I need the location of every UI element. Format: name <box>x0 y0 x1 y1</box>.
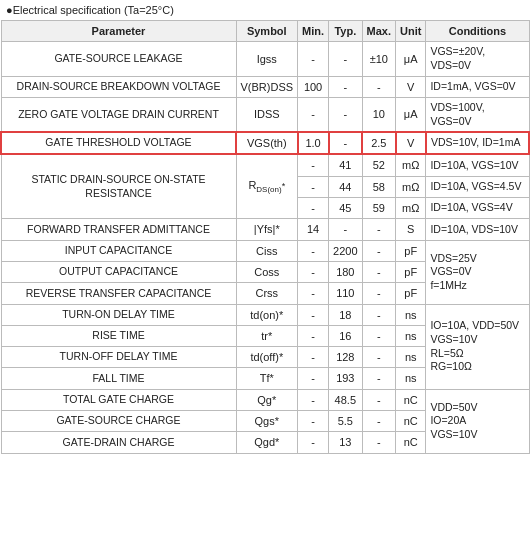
cell-parameter: DRAIN-SOURCE BREAKDOWN VOLTAGE <box>1 76 236 97</box>
cell-parameter: FALL TIME <box>1 368 236 389</box>
cell-min: - <box>298 283 329 304</box>
cell-conditions: VGS=±20V, VDS=0V <box>426 42 529 76</box>
cell-conditions: ID=10A, VDS=10V <box>426 219 529 240</box>
cell-max: - <box>362 219 395 240</box>
cell-cond: ID=10A, VGS=4.5V <box>426 176 529 197</box>
cell-unit: ns <box>396 347 426 368</box>
cell-conditions: VDD=50V IO=20A VGS=10V <box>426 389 529 453</box>
cell-max: - <box>362 389 395 410</box>
table-row: GATE-SOURCE LEAKAGEIgss--±10μAVGS=±20V, … <box>1 42 529 76</box>
cell-conditions: VDS=100V, VGS=0V <box>426 97 529 132</box>
cell-parameter: OUTPUT CAPACITANCE <box>1 261 236 282</box>
cell-parameter: RISE TIME <box>1 325 236 346</box>
cell-unit: V <box>396 76 426 97</box>
cell-parameter: INPUT CAPACITANCE <box>1 240 236 261</box>
cell-max: 52 <box>362 154 395 176</box>
cell-min: 1.0 <box>298 132 329 154</box>
cell-symbol: Igss <box>236 42 298 76</box>
cell-max: ±10 <box>362 42 395 76</box>
cell-unit: nC <box>396 389 426 410</box>
table-row: ZERO GATE VOLTAGE DRAIN CURRENTIDSS--10μ… <box>1 97 529 132</box>
cell-max: 58 <box>362 176 395 197</box>
cell-unit: nC <box>396 432 426 453</box>
cell-symbol: Qg* <box>236 389 298 410</box>
cell-max: - <box>362 304 395 325</box>
cell-symbol: Qgs* <box>236 411 298 432</box>
cell-symbol: V(BR)DSS <box>236 76 298 97</box>
cell-typ: - <box>329 97 362 132</box>
cell-symbol: td(on)* <box>236 304 298 325</box>
cell-unit: pF <box>396 261 426 282</box>
cell-max: - <box>362 347 395 368</box>
cell-symbol: Crss <box>236 283 298 304</box>
table-row: INPUT CAPACITANCECiss-2200-pFVDS=25V VGS… <box>1 240 529 261</box>
cell-unit: ns <box>396 304 426 325</box>
header-note: ●Electrical specification (Ta=25°C) <box>0 0 530 20</box>
cell-min: - <box>298 304 329 325</box>
cell-symbol: tr* <box>236 325 298 346</box>
col-unit: Unit <box>396 21 426 42</box>
cell-typ: 41 <box>329 154 362 176</box>
cell-parameter: TOTAL GATE CHARGE <box>1 389 236 410</box>
table-row: TOTAL GATE CHARGEQg*-48.5-nCVDD=50V IO=2… <box>1 389 529 410</box>
cell-unit: pF <box>396 283 426 304</box>
cell-typ: 18 <box>329 304 362 325</box>
cell-cond: ID=10A, VGS=4V <box>426 198 529 219</box>
cell-max: 2.5 <box>362 132 395 154</box>
cell-typ: 2200 <box>329 240 362 261</box>
cell-cond: ID=10A, VGS=10V <box>426 154 529 176</box>
col-parameter: Parameter <box>1 21 236 42</box>
cell-min: - <box>298 411 329 432</box>
cell-typ: 110 <box>329 283 362 304</box>
cell-min: 100 <box>298 76 329 97</box>
cell-min: 14 <box>298 219 329 240</box>
cell-typ: 16 <box>329 325 362 346</box>
cell-symbol: Tf* <box>236 368 298 389</box>
cell-typ: - <box>329 132 362 154</box>
cell-max: - <box>362 411 395 432</box>
cell-typ: 193 <box>329 368 362 389</box>
cell-parameter: GATE THRESHOLD VOLTAGE <box>1 132 236 154</box>
cell-typ: 13 <box>329 432 362 453</box>
col-conditions: Conditions <box>426 21 529 42</box>
cell-unit: mΩ <box>396 176 426 197</box>
cell-symbol: td(off)* <box>236 347 298 368</box>
cell-parameter: TURN-ON DELAY TIME <box>1 304 236 325</box>
col-symbol: Symbol <box>236 21 298 42</box>
table-row: FORWARD TRANSFER ADMITTANCE|Yfs|*14--SID… <box>1 219 529 240</box>
cell-min: - <box>298 368 329 389</box>
cell-symbol: IDSS <box>236 97 298 132</box>
cell-parameter: GATE-SOURCE CHARGE <box>1 411 236 432</box>
cell-parameter: ZERO GATE VOLTAGE DRAIN CURRENT <box>1 97 236 132</box>
cell-parameter: GATE-DRAIN CHARGE <box>1 432 236 453</box>
cell-symbol: |Yfs|* <box>236 219 298 240</box>
cell-unit: mΩ <box>396 154 426 176</box>
cell-min: - <box>298 97 329 132</box>
cell-max: - <box>362 325 395 346</box>
cell-unit: ns <box>396 368 426 389</box>
cell-parameter: REVERSE TRANSFER CAPACITANCE <box>1 283 236 304</box>
col-max: Max. <box>362 21 395 42</box>
cell-max: 59 <box>362 198 395 219</box>
cell-max: 10 <box>362 97 395 132</box>
cell-typ: - <box>329 76 362 97</box>
cell-conditions: IO=10A, VDD=50V VGS=10V RL=5Ω RG=10Ω <box>426 304 529 389</box>
cell-parameter: GATE-SOURCE LEAKAGE <box>1 42 236 76</box>
table-row: GATE THRESHOLD VOLTAGEVGS(th)1.0-2.5VVDS… <box>1 132 529 154</box>
table-row: STATIC DRAIN-SOURCE ON-STATE RESISTANCER… <box>1 154 529 176</box>
cell-typ: 45 <box>329 198 362 219</box>
cell-unit: μA <box>396 97 426 132</box>
cell-min: - <box>298 42 329 76</box>
cell-typ: 44 <box>329 176 362 197</box>
cell-symbol: Qgd* <box>236 432 298 453</box>
cell-min: - <box>298 347 329 368</box>
table-row: DRAIN-SOURCE BREAKDOWN VOLTAGEV(BR)DSS10… <box>1 76 529 97</box>
cell-unit: V <box>396 132 426 154</box>
cell-min: - <box>298 261 329 282</box>
cell-unit: μA <box>396 42 426 76</box>
cell-typ: - <box>329 219 362 240</box>
cell-min: - <box>298 389 329 410</box>
cell-typ: 180 <box>329 261 362 282</box>
cell-symbol: Ciss <box>236 240 298 261</box>
cell-unit: mΩ <box>396 198 426 219</box>
